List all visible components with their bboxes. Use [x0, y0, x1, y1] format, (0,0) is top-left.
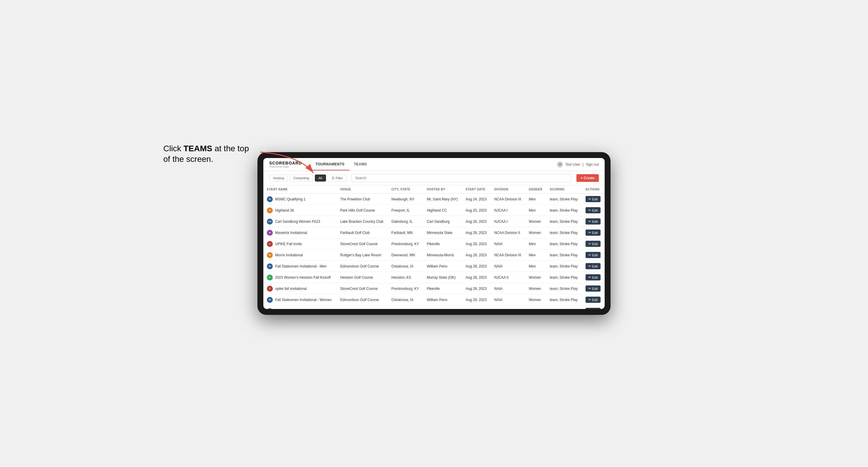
team-logo-8: U [267, 286, 273, 291]
cell-scoring-5: team, Stroke Play [547, 250, 582, 261]
cell-actions-4: ✏ Edit [582, 238, 604, 250]
cell-event-name-1: H Highland 36 [264, 205, 337, 216]
edit-icon-1: ✏ [588, 208, 591, 212]
cell-gender-8: Women [525, 283, 546, 294]
tab-teams[interactable]: TEAMS [349, 159, 372, 170]
cell-hosted-by-2: Carl Sandburg [424, 216, 462, 227]
hosting-button[interactable]: Hosting [269, 175, 288, 182]
edit-icon-9: ✏ [588, 298, 591, 302]
cell-division-4: NAIA [491, 238, 526, 250]
cell-gender-4: Men [525, 238, 546, 250]
col-hosted-by: HOSTED BY [424, 185, 462, 194]
table-row: H Highland 36 Park Hills Golf Course Fre… [264, 205, 604, 216]
tab-tournaments[interactable]: TOURNAMENTS [311, 159, 349, 170]
edit-label-4: Edit [592, 242, 598, 246]
cell-scoring-2: team, Stroke Play [547, 216, 582, 227]
edit-button-10[interactable]: ✏ Edit [586, 308, 601, 309]
event-name-cell-7: H 2023 Women's Hesston Fall Kickoff [267, 275, 333, 280]
edit-button-3[interactable]: ✏ Edit [586, 229, 601, 236]
cell-actions-6: ✏ Edit [582, 261, 604, 272]
table-header-row: EVENT NAME VENUE CITY, STATE HOSTED BY S… [264, 185, 604, 194]
event-name-text-3: Maverick Invitational [275, 231, 307, 235]
team-logo-2: CS [267, 219, 273, 224]
edit-button-0[interactable]: ✏ Edit [586, 196, 601, 202]
table-row: M Morris Invitational Ruttger's Bay Lake… [264, 250, 604, 261]
cell-event-name-2: CS Carl Sandburg Women FA23 [264, 216, 337, 227]
cell-hosted-by-4: Pikeville [424, 238, 462, 250]
cell-hosted-by-10: Vincennes [424, 306, 462, 309]
edit-button-5[interactable]: ✏ Edit [586, 252, 601, 258]
col-start-date: START DATE [462, 185, 491, 194]
cell-hosted-by-8: Pikeville [424, 283, 462, 294]
col-venue: VENUE [337, 185, 388, 194]
cell-venue-2: Lake Bracken Country Club [337, 216, 388, 227]
competing-button[interactable]: Competing [289, 175, 313, 182]
edit-button-9[interactable]: ✏ Edit [586, 297, 601, 303]
cell-hosted-by-6: William Penn [424, 261, 462, 272]
filter-button[interactable]: ☰ Filter [328, 175, 347, 182]
edit-button-7[interactable]: ✏ Edit [586, 274, 601, 280]
cell-gender-9: Women [525, 294, 546, 306]
cell-scoring-8: team, Stroke Play [547, 283, 582, 294]
edit-button-8[interactable]: ✏ Edit [586, 285, 601, 291]
team-logo-10: V [267, 308, 273, 309]
cell-venue-4: StoneCrest Golf Course [337, 238, 388, 250]
cell-scoring-0: team, Stroke Play [547, 194, 582, 205]
tournaments-table: EVENT NAME VENUE CITY, STATE HOSTED BY S… [264, 185, 604, 309]
cell-actions-1: ✏ Edit [582, 205, 604, 216]
event-name-cell-0: M MSMC Qualifying 1 [267, 196, 333, 202]
cell-division-9: NAIA [491, 294, 526, 306]
cell-city-state-1: Freeport, IL [388, 205, 423, 216]
event-name-cell-2: CS Carl Sandburg Women FA23 [267, 219, 333, 224]
settings-icon[interactable]: ⚙ [557, 161, 563, 167]
all-button[interactable]: All [315, 175, 326, 182]
table-row: W Fall Statesmen Invitational - Women Ed… [264, 294, 604, 306]
cell-actions-7: ✏ Edit [582, 272, 604, 283]
cell-division-5: NCAA Division III [491, 250, 526, 261]
logo-area: SCOREBOARD Powered by Clippit [269, 161, 302, 168]
cell-start-date-6: Aug 28, 2023 [462, 261, 491, 272]
cell-start-date-5: Aug 28, 2023 [462, 250, 491, 261]
cell-event-name-6: W Fall Statesmen Invitational - Men [264, 261, 337, 272]
search-input[interactable] [351, 174, 572, 182]
edit-button-2[interactable]: ✏ Edit [586, 218, 601, 224]
cell-division-10: NJCAA II [491, 306, 526, 309]
event-name-text-7: 2023 Women's Hesston Fall Kickoff [275, 275, 331, 280]
cell-gender-5: Men [525, 250, 546, 261]
table-row: W Fall Statesmen Invitational - Men Edmu… [264, 261, 604, 272]
cell-actions-2: ✏ Edit [582, 216, 604, 227]
create-button[interactable]: + Create [577, 174, 599, 182]
cell-event-name-4: U UPIKE Fall Invite [264, 238, 337, 250]
cell-venue-8: StoneCrest Golf Course [337, 283, 388, 294]
cell-gender-7: Women [525, 272, 546, 283]
team-logo-0: M [267, 196, 273, 202]
logo-subtitle: Powered by Clippit [269, 165, 302, 168]
cell-hosted-by-1: Highland CC [424, 205, 462, 216]
team-logo-3: M [267, 230, 273, 236]
event-name-text-4: UPIKE Fall Invite [275, 242, 302, 246]
event-name-cell-1: H Highland 36 [267, 208, 333, 213]
col-actions: ACTIONS [582, 185, 604, 194]
edit-label-0: Edit [592, 197, 598, 201]
cell-city-state-3: Faribault, MN [388, 227, 423, 238]
edit-button-1[interactable]: ✏ Edit [586, 207, 601, 213]
cell-scoring-6: team, Stroke Play [547, 261, 582, 272]
cell-scoring-7: team, Stroke Play [547, 272, 582, 283]
outer-wrapper: Click TEAMS at the top of the screen. SC… [257, 152, 611, 315]
cell-event-name-5: M Morris Invitational [264, 250, 337, 261]
edit-label-5: Edit [592, 253, 598, 257]
sign-out-link[interactable]: Sign out [586, 162, 599, 166]
cell-event-name-0: M MSMC Qualifying 1 [264, 194, 337, 205]
cell-scoring-3: team, Stroke Play [547, 227, 582, 238]
filter-label: Filter [336, 176, 343, 180]
edit-button-4[interactable]: ✏ Edit [586, 241, 601, 247]
cell-start-date-1: Aug 25, 2023 [462, 205, 491, 216]
event-name-cell-10: V VU PREVIEW [267, 308, 333, 309]
header-right: ⚙ Test User | Sign out [557, 161, 599, 167]
event-name-cell-9: W Fall Statesmen Invitational - Women [267, 297, 333, 303]
edit-button-6[interactable]: ✏ Edit [586, 263, 601, 269]
edit-label-3: Edit [592, 231, 598, 235]
cell-actions-9: ✏ Edit [582, 294, 604, 306]
cell-actions-0: ✏ Edit [582, 194, 604, 205]
col-division: DIVISION [491, 185, 526, 194]
